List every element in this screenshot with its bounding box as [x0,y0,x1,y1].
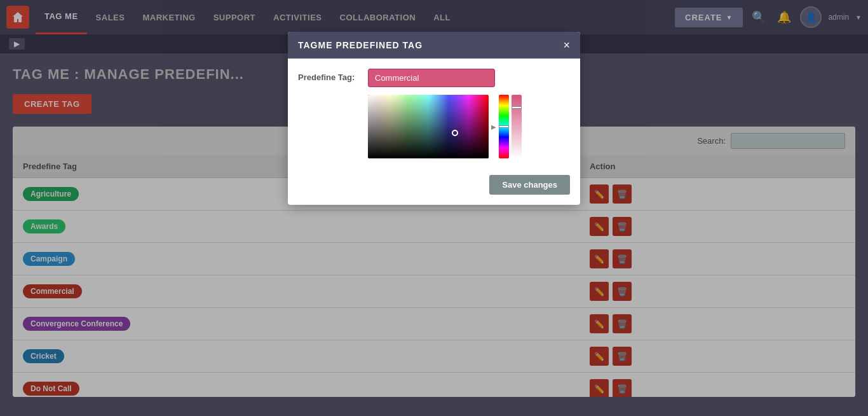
modal-footer: Save changes [288,169,580,205]
alpha-slider[interactable] [512,95,522,158]
color-picker: ▶ [368,95,570,158]
predefine-tag-label: Predefine Tag: [298,69,362,82]
modal-close-button[interactable]: × [563,39,570,51]
alpha-panel [512,95,522,158]
modal-body: Predefine Tag: ▶ [288,59,580,169]
modal-overlay[interactable]: TAGME PREDEFINED TAG × Predefine Tag: ▶ [0,0,868,416]
predefine-tag-input[interactable] [368,69,495,87]
tagme-predefined-tag-modal: TAGME PREDEFINED TAG × Predefine Tag: ▶ [288,32,580,205]
hue-slider-handle [499,125,509,128]
hue-slider[interactable] [499,95,509,158]
picker-arrow-button[interactable]: ▶ [491,123,496,130]
modal-title: TAGME PREDEFINED TAG [298,40,423,50]
black-gradient-layer [368,95,489,158]
alpha-slider-handle [512,106,522,109]
modal-header: TAGME PREDEFINED TAG × [288,32,580,59]
save-changes-button[interactable]: Save changes [489,175,570,195]
color-spectrum[interactable] [368,95,489,158]
form-row-predefine-tag: Predefine Tag: [298,69,570,87]
color-right-panel [499,95,509,158]
